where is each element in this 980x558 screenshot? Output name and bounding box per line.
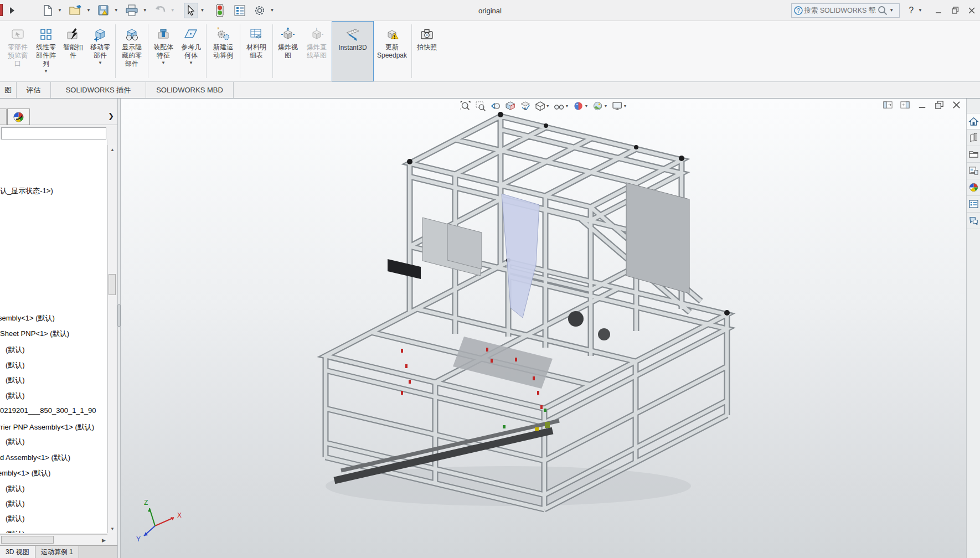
ribbon-button-move-component[interactable]: 移动零部件▼ [86,21,114,81]
scroll-down-arrow[interactable]: ▼ [108,524,117,533]
scroll-right-arrow[interactable]: ▶ [102,538,106,543]
tree-row[interactable]: (默认) [0,345,107,355]
vertical-scroll-thumb[interactable] [109,274,116,295]
taskpane-forum-icon[interactable] [967,213,980,229]
close-button[interactable] [963,2,980,19]
viewport-restore-button[interactable] [934,100,945,110]
save-button[interactable] [95,3,112,18]
graphics-viewport[interactable]: X Z Y A▼▼▼▼▼ [121,99,966,558]
view-settings-icon[interactable]: ▼ [611,100,628,112]
dropdown-caret[interactable]: ▼ [585,104,589,108]
edit-appearance-icon[interactable]: ▼ [572,100,590,112]
dropdown-caret[interactable]: ▼ [189,60,193,66]
annotation-views-icon[interactable]: A [519,100,532,112]
tree-tab-configuration[interactable] [7,108,30,125]
viewport-minimize-button[interactable] [917,100,927,110]
ribbon-button-exploded-view[interactable]: 爆炸视图 [274,21,302,81]
ribbon-button-linear-component-pattern[interactable]: 线性零部件阵列▼ [32,21,60,81]
select-tool-button[interactable] [184,3,198,18]
tree-vertical-scrollbar[interactable]: ▲ ▼ [107,145,116,533]
display-style-icon[interactable]: ▼ [534,100,551,112]
ribbon-button-smart-fasteners[interactable]: 智能扣件 [60,21,86,81]
ribbon-button-show-hidden-components[interactable]: 显示隐藏的零部件 [117,21,147,81]
restore-button[interactable] [947,2,963,19]
zoom-to-fit-icon[interactable] [459,100,472,112]
viewport-pane-left-button[interactable] [883,100,893,110]
tree-row[interactable]: (默认) [0,360,107,370]
tree-row[interactable]: (默认) [0,499,107,509]
open-dropdown[interactable]: ▼ [86,8,91,13]
motion-tab-2[interactable]: 运动算例 1 [35,546,79,558]
save-dropdown[interactable]: ▼ [114,8,118,13]
search-dropdown[interactable]: ▼ [889,8,894,13]
search-icon[interactable] [877,5,888,16]
viewport-close-button[interactable] [951,100,962,110]
traffic-light-icon[interactable] [214,3,226,18]
dropdown-caret[interactable]: ▼ [161,60,166,66]
print-dropdown[interactable]: ▼ [143,8,147,13]
tree-row[interactable]: Sheet PNP<1> (默认) [0,329,107,339]
dropdown-caret[interactable]: ▼ [546,104,550,108]
command-tab-4[interactable]: SOLIDWORKS MBD [146,82,234,98]
scroll-up-arrow[interactable]: ▲ [108,145,117,154]
tree-row[interactable]: (默认) [0,437,107,447]
options-dropdown[interactable]: ▼ [270,8,275,13]
taskpane-file-explorer-icon[interactable] [967,146,980,163]
select-tool-dropdown[interactable]: ▼ [200,8,205,13]
tree-row[interactable]: sembly<1> (默认) [0,313,107,323]
panel-flyout-arrow[interactable]: ❯ [108,112,114,120]
help-dropdown[interactable]: ▼ [918,8,922,13]
help-button[interactable]: ? [909,6,914,16]
viewport-pane-right-button[interactable] [900,100,910,110]
tree-row[interactable]: (默认) [0,391,107,401]
ribbon-button-take-snapshot[interactable]: 拍快照 [413,21,441,81]
zoom-to-area-icon[interactable] [474,100,487,112]
dropdown-caret[interactable]: ▼ [604,104,607,108]
ribbon-button-reference-geometry[interactable]: 参考几何体▼ [177,21,205,81]
motion-tab-1[interactable]: 3D 视图 [0,546,35,558]
tree-row[interactable]: (默认) [0,484,107,494]
ribbon-button-new-motion-study[interactable]: *新建运动算例 [208,21,239,81]
hide-show-items-icon[interactable]: ▼ [553,100,570,112]
taskpane-design-library-icon[interactable] [967,130,980,146]
ribbon-button-bill-of-materials[interactable]: 材料明细表 [241,21,271,81]
tree-row[interactable]: d Assembly<1> (默认) [0,453,107,463]
minimize-button[interactable] [930,2,947,19]
horizontal-scroll-thumb[interactable] [1,536,54,544]
print-button[interactable] [123,3,141,18]
toolbar-flyout-arrow-icon[interactable] [7,3,18,18]
taskpane-home-icon[interactable] [967,113,980,130]
dropdown-caret[interactable]: ▼ [98,60,102,66]
section-view-icon[interactable] [504,100,517,112]
model-3d-view[interactable]: X Z Y [121,99,966,558]
dropdown-caret[interactable]: ▼ [44,69,48,74]
command-tab-1[interactable]: 图 [0,82,17,98]
tree-row[interactable]: 0219201___850_300_1_1_90 [0,406,107,416]
tree-horizontal-scrollbar[interactable]: ▶ [0,534,107,545]
taskpane-view-palette-icon[interactable] [967,163,980,179]
taskpane-custom-properties-icon[interactable] [967,196,980,213]
tree-row[interactable]: rrier PNP Assembly<1> (默认) [0,422,107,432]
open-button[interactable] [66,3,84,18]
command-tab-2[interactable]: 评估 [17,82,51,98]
tree-row[interactable]: embly<1> (默认) [0,468,107,478]
properties-button[interactable] [231,3,248,18]
dropdown-caret[interactable]: ▼ [565,104,569,108]
new-document-button[interactable] [40,3,55,18]
new-document-dropdown[interactable]: ▼ [58,8,62,13]
tree-row[interactable]: (默认) [0,514,107,524]
ribbon-button-instant3d[interactable]: Instant3D [332,21,374,81]
ribbon-button-assembly-features[interactable]: 装配体特征▼ [149,21,177,81]
tree-row[interactable]: (默认) [0,375,107,385]
search-input[interactable] [803,6,877,15]
options-gear-icon[interactable] [251,3,268,18]
tree-header-box[interactable] [1,127,106,140]
previous-view-icon[interactable] [489,100,502,112]
ribbon-button-update-speedpak[interactable]: 更新Speedpak [374,21,410,81]
tree-row[interactable]: 认_显示状态-1>) [0,186,107,196]
help-search-box[interactable]: ? ▼ [791,3,900,18]
apply-scene-icon[interactable]: ▼ [591,100,608,112]
tree-row[interactable]: (默认) [0,529,107,533]
tree-tab-partial[interactable] [0,108,7,125]
dropdown-caret[interactable]: ▼ [623,104,627,108]
